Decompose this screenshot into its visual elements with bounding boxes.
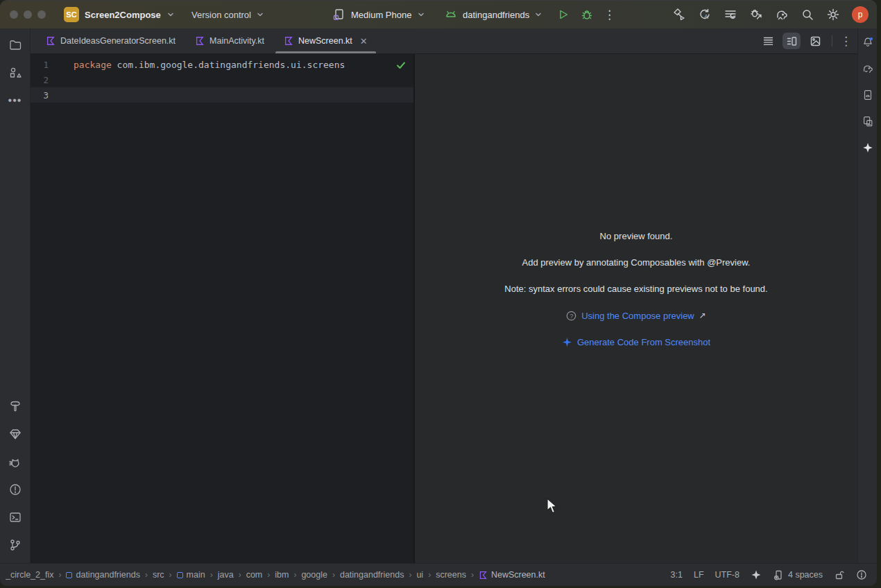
gradle-elephant-icon — [862, 62, 874, 75]
debug-button[interactable] — [580, 8, 594, 21]
breadcrumb-item[interactable]: _circle_2_fix — [6, 570, 53, 580]
resource-manager-icon — [8, 66, 22, 80]
apply-code-changes-icon[interactable]: A — [698, 8, 712, 21]
breadcrumb: _circle_2_fix › datingandfriends › src ›… — [6, 570, 671, 580]
breadcrumb-item[interactable]: java — [218, 570, 234, 580]
project-tool-button[interactable] — [6, 35, 25, 55]
divider — [832, 35, 832, 46]
gem-icon — [8, 427, 22, 441]
chevron-down-icon — [534, 10, 542, 19]
user-avatar[interactable]: p — [852, 6, 869, 23]
close-window-button[interactable] — [10, 10, 18, 19]
version-control-label: Version control — [191, 10, 251, 20]
gradle-sync-icon[interactable] — [775, 8, 789, 21]
chevron-right-icon: › — [267, 570, 270, 580]
encoding-widget[interactable]: UTF-8 — [715, 570, 739, 580]
tab-newscreen[interactable]: NewScreen.kt ✕ — [274, 28, 377, 53]
problems-tool-button[interactable] — [6, 480, 25, 499]
breadcrumb-item[interactable]: src — [153, 570, 164, 580]
breadcrumb-item[interactable]: datingandfriends — [340, 570, 404, 580]
attach-debugger-icon[interactable] — [749, 8, 763, 21]
inspections-ok-icon[interactable] — [395, 60, 407, 71]
line-number: 2 — [31, 75, 55, 85]
version-control-tool-button[interactable] — [6, 535, 25, 555]
preview-message-hint: Add preview by annotating Composables wi… — [522, 257, 751, 268]
sparkle-icon — [862, 141, 874, 154]
gemini-tool-button[interactable] — [6, 424, 25, 444]
git-branch-icon — [8, 538, 22, 552]
hammer-icon — [8, 399, 22, 413]
build-tool-button[interactable] — [6, 397, 25, 416]
minimize-window-button[interactable] — [24, 10, 32, 19]
code-editor[interactable]: 1 package com.ibm.google.datingandfriend… — [31, 54, 413, 563]
ide-window: SC Screen2Compose Version control Medium… — [0, 0, 877, 586]
search-icon[interactable] — [801, 8, 814, 21]
svg-text:?: ? — [570, 312, 573, 319]
gemini-assistant-button[interactable] — [859, 139, 876, 156]
design-view-button[interactable] — [806, 33, 824, 49]
caret-position-widget[interactable]: 3:1 — [671, 570, 683, 580]
indent-widget[interactable]: 4 spaces — [773, 569, 823, 580]
resource-manager-tool-button[interactable] — [6, 63, 25, 83]
breadcrumb-item[interactable]: google — [301, 570, 327, 580]
indent-label: 4 spaces — [788, 570, 823, 580]
generate-code-from-screenshot-link[interactable]: Generate Code From Screenshot — [562, 336, 710, 347]
breadcrumb-file[interactable]: NewScreen.kt — [479, 570, 545, 580]
gemini-sparkle-icon — [562, 337, 572, 347]
breadcrumb-item[interactable]: ibm — [275, 570, 289, 580]
unlock-icon[interactable] — [834, 569, 845, 580]
logcat-tool-button[interactable] — [6, 452, 25, 472]
run-configuration-label: datingandfriends — [463, 10, 529, 20]
chevron-down-icon — [417, 10, 425, 19]
gemini-status-icon[interactable] — [751, 569, 762, 580]
resizable-device-icon — [332, 8, 345, 21]
close-tab-icon[interactable]: ✕ — [360, 36, 368, 46]
settings-gear-icon[interactable] — [826, 8, 840, 21]
code-view-button[interactable] — [759, 33, 777, 49]
tab-mainactivity[interactable]: MainActivity.kt — [185, 28, 274, 53]
breadcrumb-item[interactable]: ui — [416, 570, 423, 580]
editor-options-button[interactable]: ⋮ — [840, 35, 852, 47]
device-manager-button[interactable] — [859, 87, 876, 103]
tab-dateideasgeneratorscreen[interactable]: DateIdeasGeneratorScreen.kt — [36, 28, 185, 53]
chevron-down-icon — [166, 10, 175, 19]
design-view-icon — [810, 35, 821, 47]
chevron-right-icon: › — [409, 570, 411, 580]
list-refresh-icon[interactable] — [724, 8, 737, 21]
compose-preview-help-link[interactable]: ? Using the Compose preview ↗ — [566, 310, 706, 321]
device-selector-label: Medium Phone — [351, 10, 411, 20]
more-tool-windows-button[interactable]: ••• — [6, 91, 25, 110]
run-configuration-selector[interactable]: datingandfriends — [444, 1, 542, 28]
chevron-right-icon: › — [293, 570, 296, 580]
project-icon: SC — [64, 7, 79, 22]
build-run-icon[interactable] — [672, 8, 686, 21]
preview-message-note: Note: syntax errors could cause existing… — [504, 284, 767, 295]
line-ending-widget[interactable]: LF — [694, 570, 704, 580]
version-control-menu[interactable]: Version control — [191, 1, 264, 28]
terminal-tool-button[interactable] — [6, 508, 25, 527]
breadcrumb-item[interactable]: screens — [436, 570, 466, 580]
run-button[interactable] — [556, 8, 570, 21]
chevron-right-icon: › — [210, 570, 213, 580]
split-view-button[interactable] — [782, 33, 801, 49]
window-controls — [10, 10, 46, 19]
device-selector[interactable]: Medium Phone — [332, 1, 425, 28]
more-run-options-button[interactable]: ⋮ — [604, 9, 615, 21]
project-menu[interactable]: SC Screen2Compose — [64, 1, 175, 28]
gradle-tool-button[interactable] — [859, 60, 876, 77]
breadcrumb-item[interactable]: com — [246, 570, 263, 580]
left-tool-stripe: ••• — [0, 28, 31, 563]
zoom-window-button[interactable] — [37, 10, 46, 19]
folder-icon — [8, 38, 22, 52]
code-line-2: 2 — [31, 72, 413, 87]
terminal-icon — [8, 510, 22, 524]
chevron-right-icon: › — [58, 570, 61, 580]
chevron-right-icon: › — [471, 570, 474, 580]
notifications-button[interactable] — [859, 34, 876, 51]
inspection-level-icon[interactable] — [856, 569, 867, 580]
kotlin-file-icon — [195, 36, 205, 46]
titlebar: SC Screen2Compose Version control Medium… — [0, 1, 877, 28]
running-devices-button[interactable] — [859, 113, 876, 130]
breadcrumb-item[interactable]: datingandfriends — [66, 570, 139, 580]
breadcrumb-item[interactable]: main — [177, 570, 205, 580]
